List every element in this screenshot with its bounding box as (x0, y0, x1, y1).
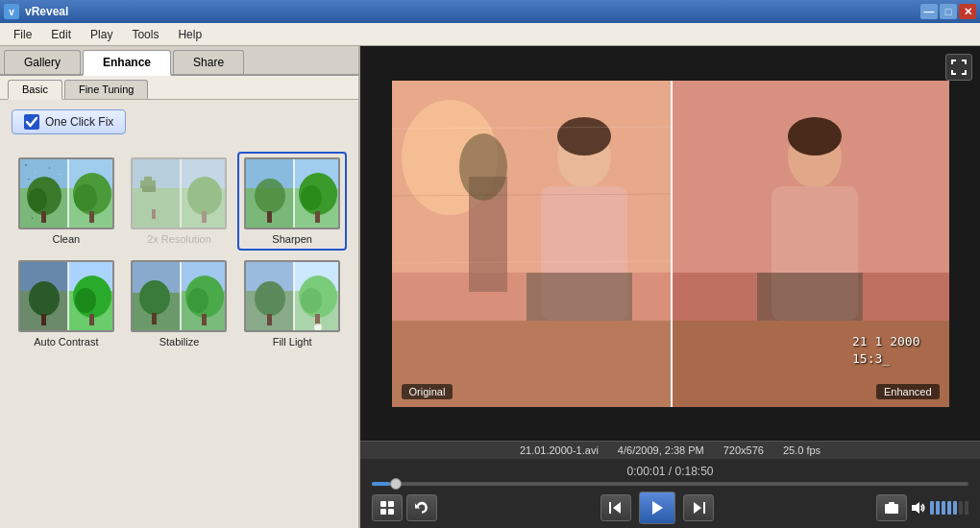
menu-file[interactable]: File (4, 26, 41, 43)
video-display: Original Enhanced 21 1 2000 15:3_ (392, 81, 949, 407)
svg-rect-7 (35, 171, 36, 172)
svg-rect-52 (152, 313, 157, 324)
refresh-button[interactable] (406, 494, 437, 521)
filter-resolution: 2x Resolution (125, 152, 234, 251)
file-date: 4/6/2009, 2:38 PM (618, 444, 704, 456)
svg-point-68 (314, 324, 322, 331)
seek-bar-fill (372, 482, 390, 486)
main-container: Gallery Enhance Share Basic Fine Tuning … (0, 46, 980, 528)
svg-rect-19 (133, 188, 181, 229)
filter-stabilize-label: Stabilize (159, 336, 200, 348)
seek-bar-container[interactable] (372, 482, 968, 486)
main-tabs: Gallery Enhance Share (0, 46, 358, 76)
svg-rect-32 (267, 211, 272, 223)
play-button[interactable] (639, 492, 675, 524)
close-button[interactable]: ✕ (959, 4, 976, 19)
menu-bar: File Edit Play Tools Help (0, 23, 980, 46)
filter-auto-contrast[interactable]: Auto Contrast (12, 254, 121, 353)
file-fps: 25.0 fps (783, 444, 821, 456)
filter-stabilize-thumb (131, 260, 227, 332)
filter-fill-light-thumb (244, 260, 340, 332)
svg-rect-27 (202, 211, 207, 223)
skip-forward-button[interactable] (683, 494, 714, 521)
svg-rect-5 (41, 211, 46, 223)
file-name: 21.01.2000-1.avi (520, 444, 599, 456)
vol-seg-3 (942, 501, 945, 515)
filter-auto-contrast-label: Auto Contrast (34, 336, 98, 348)
svg-rect-6 (25, 164, 27, 166)
tab-gallery[interactable]: Gallery (4, 50, 81, 74)
time-display: 0:00:01 / 0:18:50 (372, 465, 968, 478)
svg-rect-42 (41, 314, 46, 325)
svg-point-61 (255, 281, 285, 316)
video-original (392, 81, 671, 407)
sub-tab-fine-tuning[interactable]: Fine Tuning (64, 80, 148, 99)
video-enhanced-label: Enhanced (876, 384, 940, 399)
svg-rect-101 (889, 502, 894, 505)
filter-fill-light[interactable]: Fill Light (237, 254, 347, 353)
skip-back-button[interactable] (600, 494, 631, 521)
vol-seg-7 (965, 501, 968, 515)
camera-button[interactable] (876, 494, 907, 521)
sub-tab-basic[interactable]: Basic (8, 80, 62, 100)
filter-stabilize[interactable]: Stabilize (125, 254, 234, 353)
vol-seg-2 (936, 501, 940, 515)
controls-row (372, 492, 968, 524)
window-controls: — □ ✕ (920, 4, 976, 19)
vol-seg-5 (953, 501, 957, 515)
file-info-bar: 21.01.2000-1.avi 4/6/2009, 2:38 PM 720x5… (360, 441, 980, 459)
svg-point-15 (74, 184, 97, 211)
left-controls (372, 494, 437, 521)
volume-control[interactable] (911, 500, 968, 516)
menu-help[interactable]: Help (168, 26, 211, 43)
svg-marker-95 (613, 502, 621, 514)
svg-rect-23 (152, 209, 156, 219)
svg-point-66 (301, 288, 322, 313)
video-split-divider (671, 81, 673, 407)
playback-section: 0:00:01 / 0:18:50 (360, 459, 980, 528)
svg-rect-22 (142, 186, 156, 192)
filter-sharpen-label: Sharpen (272, 233, 312, 245)
svg-marker-102 (912, 502, 919, 514)
svg-point-86 (788, 117, 842, 156)
filter-sharpen[interactable]: Sharpen (237, 152, 347, 251)
app-icon: v (4, 4, 19, 19)
menu-edit[interactable]: Edit (41, 26, 81, 43)
vol-seg-6 (959, 501, 963, 515)
one-click-fix-button[interactable]: One Click Fix (12, 109, 126, 134)
vol-seg-4 (947, 501, 951, 515)
filter-clean-label: Clean (52, 233, 80, 245)
menu-play[interactable]: Play (81, 26, 122, 43)
minimize-button[interactable]: — (920, 4, 938, 19)
sub-tabs: Basic Fine Tuning (0, 76, 358, 100)
svg-rect-10 (59, 174, 61, 175)
video-timestamp: 21 1 2000 15:3_ (852, 333, 919, 368)
filter-sharpen-thumb (244, 157, 340, 229)
filter-clean[interactable]: Clean (12, 152, 121, 251)
title-bar-title: vReveal (25, 5, 68, 18)
svg-point-76 (557, 117, 611, 156)
svg-marker-96 (652, 501, 663, 515)
svg-rect-97 (703, 502, 705, 514)
title-bar: v vReveal — □ ✕ (0, 0, 980, 23)
svg-rect-90 (380, 501, 386, 507)
svg-point-74 (459, 133, 507, 201)
layout-button[interactable] (372, 494, 403, 521)
tab-enhance[interactable]: Enhance (83, 50, 171, 76)
timestamp-date: 21 1 2000 (852, 333, 919, 350)
svg-point-41 (29, 281, 60, 316)
filter-clean-thumb (18, 157, 114, 229)
filter-resolution-label: 2x Resolution (147, 233, 211, 245)
maximize-button[interactable]: □ (940, 4, 957, 19)
menu-tools[interactable]: Tools (122, 26, 168, 43)
fullscreen-button[interactable] (945, 54, 972, 81)
filter-resolution-thumb (131, 157, 227, 229)
timestamp-time: 15:3_ (852, 350, 919, 368)
seek-bar[interactable] (372, 482, 968, 486)
filters-grid: Clean (0, 144, 358, 361)
svg-point-4 (28, 188, 47, 211)
svg-marker-98 (694, 502, 701, 514)
tab-share[interactable]: Share (173, 50, 244, 74)
one-click-area: One Click Fix (0, 100, 358, 144)
seek-handle[interactable] (390, 478, 402, 490)
